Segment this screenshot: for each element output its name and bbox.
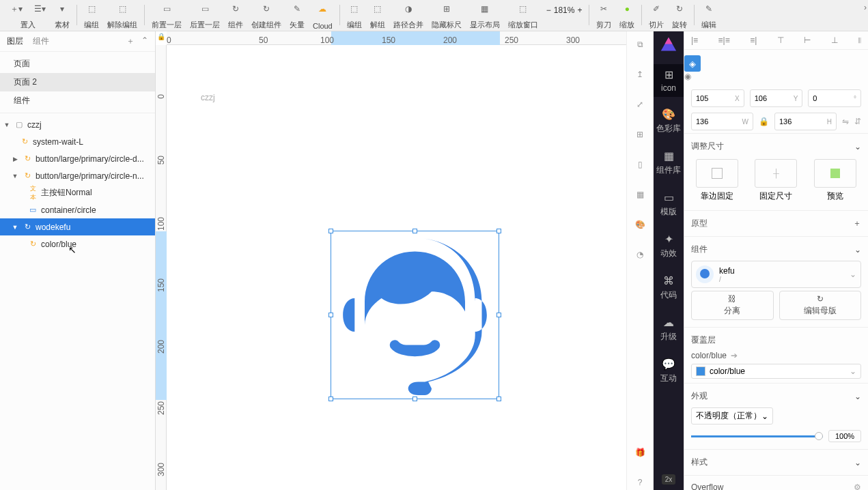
opacity-slider[interactable]: [691, 435, 823, 437]
edit2-tool[interactable]: ⬚编组: [343, 3, 366, 30]
overflow-header[interactable]: Overflow⚙: [691, 480, 861, 490]
plus-icon[interactable]: +: [577, 5, 582, 15]
tree-item[interactable]: ↻ color/blue: [0, 235, 155, 253]
tab-components[interactable]: 组件: [33, 35, 49, 47]
canvas[interactable]: 🔒 0 50 100 150 200 250 300 0 50 100 150 …: [156, 31, 626, 490]
appearance-header[interactable]: 外观⌄: [691, 388, 861, 405]
chart-icon[interactable]: ◔: [632, 247, 647, 262]
flip-h-icon[interactable]: ⇋: [842, 117, 849, 126]
show-layout-tool[interactable]: ▦显示布局: [466, 3, 504, 30]
align-bottom-icon[interactable]: ⊥: [831, 35, 838, 45]
slice-tool[interactable]: ✐切片: [645, 3, 668, 30]
backward-tool[interactable]: ▭后置一层: [186, 3, 224, 30]
align-top-icon[interactable]: ⊤: [777, 35, 784, 45]
lock-icon[interactable]: 🔒: [157, 33, 165, 40]
forward-tool[interactable]: ▭前置一层: [148, 3, 186, 30]
zoom-window-tool[interactable]: ⬚缩放窗口: [504, 3, 542, 30]
gear-icon[interactable]: ⚙: [854, 482, 861, 490]
help-icon[interactable]: ?: [632, 475, 647, 490]
tree-item[interactable]: ▶ ↻ button/large/primary/circle-d...: [0, 150, 155, 167]
plugin-complib[interactable]: ▦组件库: [654, 145, 684, 180]
tree-item[interactable]: ↻ system-wait-L: [0, 133, 155, 150]
lock-aspect-icon[interactable]: 🔒: [759, 117, 769, 126]
y-input[interactable]: Y: [750, 89, 803, 107]
component-card[interactable]: kefu/ ⌄: [691, 261, 861, 288]
component-tool[interactable]: ↻组件: [224, 3, 247, 30]
tree-item-selected[interactable]: ▼ ↻ wodekefu: [0, 218, 155, 235]
x-input[interactable]: X: [691, 89, 744, 107]
resize-fix-size[interactable]: ┼固定尺寸: [750, 159, 802, 202]
gift-icon[interactable]: 🎁: [632, 445, 647, 460]
palette-icon[interactable]: 🎨: [632, 217, 647, 232]
align-middle-icon[interactable]: ⊢: [804, 35, 811, 45]
arrow-right-icon[interactable]: ➔: [731, 351, 738, 360]
tab-prototype-icon[interactable]: ◉: [684, 72, 691, 81]
plugin-code[interactable]: ⌘代码: [654, 270, 684, 305]
tree-artboard[interactable]: ▼ ▢ czzj: [0, 116, 155, 133]
collapse-icon[interactable]: ⌃: [141, 35, 148, 47]
plugin-icon[interactable]: ⊞icon: [654, 64, 684, 97]
comp-section-header[interactable]: 组件⌄: [691, 241, 861, 258]
resize-section-header[interactable]: 调整尺寸⌄: [691, 138, 861, 155]
ungroup-tool[interactable]: ⬚解除编组: [103, 3, 141, 30]
plugin-motion[interactable]: ✦动效: [654, 229, 684, 263]
crop-icon[interactable]: ⧉: [632, 37, 647, 52]
opacity-value[interactable]: 100%: [828, 430, 861, 442]
override-value-select[interactable]: color/blue ⌄: [691, 364, 861, 379]
resize-preview[interactable]: 预览: [809, 159, 861, 202]
separate-button[interactable]: ⛓分离: [691, 291, 774, 320]
artboard-label[interactable]: czzj: [201, 93, 215, 102]
add-page-icon[interactable]: ＋: [126, 35, 135, 47]
insert-tool[interactable]: ＋▾☰▾ 置入: [5, 3, 51, 30]
scale-2x[interactable]: 2x: [662, 474, 676, 485]
page-item-2[interactable]: 页面 2: [0, 73, 155, 91]
scale-tool[interactable]: ●缩放: [615, 3, 639, 30]
edit3-tool[interactable]: ✎编辑: [697, 3, 720, 30]
table-icon[interactable]: ▦: [632, 187, 647, 202]
tab-layers[interactable]: 图层: [7, 35, 23, 47]
style-header[interactable]: 样式⌄: [691, 454, 861, 471]
overflow-icon[interactable]: ›: [864, 3, 867, 12]
plugin-interact[interactable]: 💬互动: [654, 354, 684, 388]
grid-icon[interactable]: ⊞: [632, 127, 647, 142]
ungroup2-tool[interactable]: ⬚解组: [366, 3, 389, 30]
group-tool[interactable]: ⬚编组: [80, 3, 103, 30]
proto-section-header[interactable]: 原型＋: [691, 215, 861, 232]
w-input[interactable]: W: [691, 113, 753, 130]
assets-tool[interactable]: ▾ 素材: [51, 3, 74, 30]
panel-icon[interactable]: ▯: [632, 157, 647, 172]
distribute-icon[interactable]: ⫴: [858, 35, 861, 45]
resize-fix-edge[interactable]: 靠边固定: [691, 159, 743, 202]
rotate-tool[interactable]: ↻旋转: [668, 3, 691, 30]
align-right-icon[interactable]: ≡|: [750, 35, 757, 45]
rotation-input[interactable]: °: [808, 89, 861, 107]
plus-icon[interactable]: ＋: [853, 218, 861, 229]
h-input[interactable]: H: [774, 113, 837, 130]
hide-ruler-tool[interactable]: ⊞隐藏标尺: [428, 3, 466, 30]
resize-icon[interactable]: ⤢: [632, 97, 647, 112]
align-left-icon[interactable]: |≡: [691, 35, 698, 45]
blend-mode-select[interactable]: 不透明度（正常）⌄: [691, 407, 773, 424]
flip-v-icon[interactable]: ⇵: [854, 117, 861, 126]
page-item[interactable]: 页面: [0, 55, 155, 73]
align-center-icon[interactable]: ≡|≡: [718, 35, 730, 45]
vector-tool[interactable]: ✎矢量: [285, 3, 309, 30]
merge-path-tool[interactable]: ◑路径合并: [389, 3, 428, 30]
tree-item[interactable]: ▼ ↻ button/large/primary/circle-n...: [0, 167, 155, 184]
tree-item[interactable]: 文本 主按钮Normal: [0, 184, 155, 201]
zoom-display[interactable]: −181%+: [542, 3, 587, 30]
create-comp-tool[interactable]: ↻创建组件: [247, 3, 285, 30]
plugin-upgrade[interactable]: ☁升级: [654, 312, 684, 347]
export-icon[interactable]: ↥: [632, 67, 647, 82]
cloud-tool[interactable]: ☁Cloud: [309, 3, 337, 30]
minus-icon[interactable]: −: [546, 5, 551, 15]
tree-item[interactable]: ▭ container/circle: [0, 201, 155, 218]
selection-box[interactable]: [331, 231, 499, 399]
plugin-palette[interactable]: 🎨色彩库: [654, 104, 684, 139]
canvas-content[interactable]: czzj: [167, 45, 626, 490]
plugin-template[interactable]: ▭模版: [654, 187, 684, 222]
scissors-tool[interactable]: ✂剪刀: [592, 3, 615, 30]
tab-design[interactable]: ◈: [684, 55, 701, 72]
edit-master-button[interactable]: ↻编辑母版: [779, 291, 862, 320]
page-item-components[interactable]: 组件: [0, 91, 155, 110]
